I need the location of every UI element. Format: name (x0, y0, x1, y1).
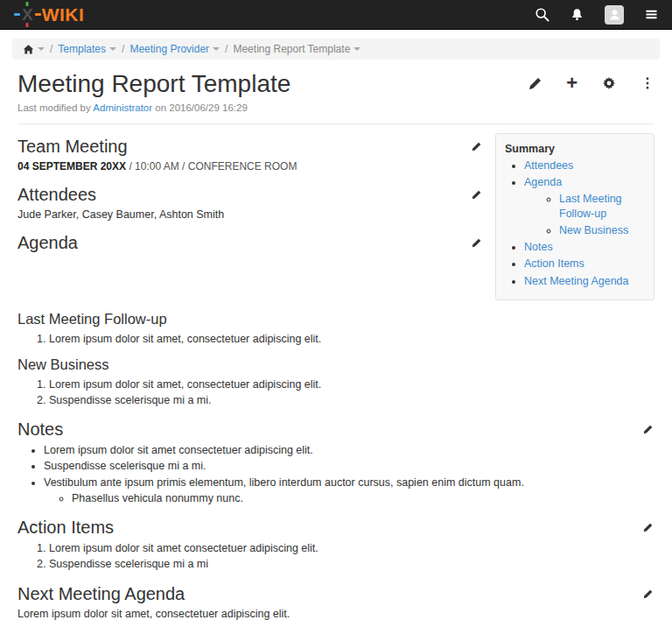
breadcrumb-item-meeting-provider: Meeting Provider (130, 43, 220, 55)
section-edit-pencil-icon[interactable] (641, 423, 654, 436)
page-action-group: + ⋮ (528, 76, 654, 90)
summary-link-attendees[interactable]: Attendees (524, 159, 573, 172)
summary-link-next-meeting-agenda[interactable]: Next Meeting Agenda (524, 275, 629, 287)
summary-link-agenda[interactable]: Agenda (524, 176, 562, 188)
meeting-date: 04 SEPTEMBER 20XX (18, 160, 126, 173)
chevron-down-icon[interactable] (354, 47, 360, 51)
top-navbar: X WIKI (0, 0, 672, 30)
user-avatar[interactable] (605, 5, 624, 25)
logo-orange-dash (35, 13, 41, 16)
settings-gear-icon[interactable] (602, 76, 616, 90)
list-item: New Business (559, 223, 647, 237)
avatar (605, 5, 624, 25)
summary-link-last-meeting-follow-up[interactable]: Last Meeting Follow-up (559, 193, 622, 219)
last-meeting-follow-up-list: Lorem ipsum dolor sit amet, consectetuer… (18, 332, 654, 346)
summary-sublist: Last Meeting Follow-up New Business (524, 192, 647, 237)
section-edit-pencil-icon[interactable] (470, 188, 483, 201)
chevron-down-icon[interactable] (213, 47, 220, 51)
subsection-heading-last-meeting-follow-up: Last Meeting Follow-up (18, 311, 654, 328)
summary-link-notes[interactable]: Notes (524, 241, 553, 253)
notes-sublist: Phasellus vehicula nonummy nunc. (44, 491, 654, 505)
logo-x-letter: X (22, 5, 33, 24)
list-item: Attendees (524, 159, 647, 173)
xwiki-logo[interactable]: X WIKI (14, 5, 84, 24)
list-item: Suspendisse scelerisque mi a mi. (44, 459, 654, 473)
breadcrumb-item-current: Meeting Report Template (233, 43, 360, 55)
search-icon[interactable] (535, 7, 550, 22)
navbar-icon-group (535, 5, 658, 25)
modified-suffix: on 2016/06/29 16:29 (152, 102, 248, 113)
modified-user-link[interactable]: Administrator (93, 102, 152, 113)
section-edit-pencil-icon[interactable] (641, 521, 654, 534)
add-icon[interactable]: + (566, 76, 578, 90)
section-heading-team-meeting: Team Meeting (18, 137, 128, 157)
modified-prefix: Last modified by (18, 102, 93, 113)
section-team-meeting-heading-row: Team Meeting (18, 137, 483, 157)
next-meeting-agenda-text: Lorem ipsum dolor sit amet, consectetuer… (18, 608, 654, 620)
list-item: Lorem ipsum dolor sit amet, consectetuer… (49, 377, 654, 391)
menu-icon[interactable] (645, 8, 658, 21)
section-notes-heading-row: Notes (18, 419, 654, 440)
list-item: Notes (524, 240, 647, 254)
content-left-column: Team Meeting 04 SEPTEMBER 20XX / 10:00 A… (18, 133, 495, 300)
action-items-list: Lorem ipsum dolor sit amet consectetuer … (18, 541, 654, 572)
list-item: Agenda Last Meeting Follow-up New Busine… (524, 175, 647, 237)
notes-list: Lorem ipsum dolor sit amet consectetuer … (18, 443, 654, 505)
breadcrumb-item-templates: Templates (58, 43, 116, 55)
summary-title: Summary (505, 143, 647, 155)
list-item: Next Meeting Agenda (524, 274, 647, 288)
list-item: Action Items (524, 257, 647, 271)
logo-blue-dash (14, 13, 20, 16)
section-heading-agenda: Agenda (18, 233, 78, 253)
section-heading-next-meeting-agenda: Next Meeting Agenda (18, 584, 185, 604)
list-item: Vestibulum ante ipsum primis elementum, … (44, 476, 654, 506)
attendees-names: Jude Parker, Casey Baumer, Ashton Smith (18, 208, 483, 221)
edit-icon[interactable] (528, 77, 542, 90)
notifications-bell-icon[interactable] (570, 8, 584, 21)
section-edit-pencil-icon[interactable] (641, 588, 654, 601)
subsection-heading-new-business: New Business (18, 356, 654, 374)
meeting-meta-line: 04 SEPTEMBER 20XX / 10:00 AM / CONFERENC… (18, 160, 483, 173)
breadcrumb-separator: / (50, 43, 52, 55)
list-item: Lorem ipsum dolor sit amet, consectetuer… (49, 332, 654, 346)
logo-wiki-text: WIKI (42, 5, 85, 24)
list-item: Suspendisse scelerisque mi a mi. (49, 393, 654, 407)
chevron-down-icon[interactable] (38, 47, 45, 51)
page-title: Meeting Report Template (18, 71, 290, 98)
list-item: Last Meeting Follow-up (559, 192, 647, 221)
summary-link-new-business[interactable]: New Business (559, 224, 628, 236)
more-kebab-icon[interactable]: ⋮ (640, 76, 654, 90)
chevron-down-icon[interactable] (109, 47, 116, 51)
section-attendees-heading-row: Attendees (18, 185, 483, 205)
summary-panel: Summary Attendees Agenda Last Meeting Fo… (495, 133, 654, 300)
page-header: Meeting Report Template + ⋮ (0, 71, 672, 98)
breadcrumb-home[interactable] (23, 44, 45, 55)
section-action-items-heading-row: Action Items (18, 518, 654, 538)
section-agenda-heading-row: Agenda (18, 233, 483, 253)
section-heading-notes: Notes (18, 419, 63, 440)
summary-link-action-items[interactable]: Action Items (524, 257, 584, 270)
new-business-list: Lorem ipsum dolor sit amet, consectetuer… (18, 377, 654, 408)
list-item: Phasellus vehicula nonummy nunc. (72, 491, 654, 505)
breadcrumb: / Templates / Meeting Provider / Meeting… (12, 39, 660, 60)
logo-green-tick (26, 2, 29, 6)
section-heading-attendees: Attendees (18, 185, 96, 205)
breadcrumb-separator: / (225, 43, 228, 55)
breadcrumb-link[interactable]: Meeting Provider (130, 43, 209, 55)
breadcrumb-separator: / (122, 43, 124, 55)
list-item: Lorem ipsum dolor sit amet consectetuer … (49, 541, 654, 555)
breadcrumb-link[interactable]: Templates (58, 43, 106, 55)
meeting-time-location: / 10:00 AM / CONFERENCE ROOM (126, 160, 297, 173)
section-heading-action-items: Action Items (18, 518, 114, 538)
section-edit-pencil-icon[interactable] (470, 236, 483, 250)
section-next-meeting-agenda-heading-row: Next Meeting Agenda (18, 584, 654, 604)
logo-red-tick (26, 23, 29, 27)
list-item: Lorem ipsum dolor sit amet consectetuer … (44, 443, 654, 457)
last-modified-line: Last modified by Administrator on 2016/0… (0, 102, 672, 113)
summary-list: Attendees Agenda Last Meeting Follow-up … (505, 159, 647, 288)
home-icon (23, 44, 34, 55)
list-item: Suspendisse scelerisque mi a mi (49, 557, 654, 571)
breadcrumb-current-label: Meeting Report Template (233, 43, 350, 55)
xwiki-logo-x-mark: X (14, 6, 42, 23)
section-edit-pencil-icon[interactable] (470, 140, 483, 153)
